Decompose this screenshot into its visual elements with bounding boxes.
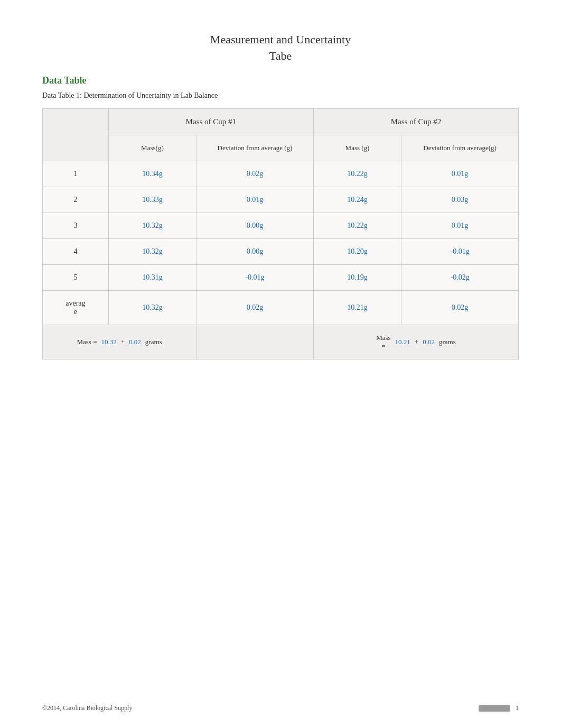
footer-dev1-cell bbox=[197, 325, 314, 359]
mass2-cell: 10.22g bbox=[313, 161, 401, 187]
page-footer: ©2014, Carolina Biological Supply 1 bbox=[42, 704, 519, 712]
cup1-plus: + bbox=[121, 338, 125, 346]
mass2-cell: 10.21g bbox=[313, 290, 401, 325]
trial-cell: 2 bbox=[43, 187, 109, 213]
page-title: Measurement and Uncertainty Tabe bbox=[42, 32, 519, 64]
table-caption: Data Table 1: Determination of Uncertain… bbox=[42, 91, 519, 100]
cup1-group-header: Mass of Cup #1 bbox=[108, 108, 313, 135]
trial-cell: 1 bbox=[43, 161, 109, 187]
trial-cell: average bbox=[43, 290, 109, 325]
table-row: 4 10.32g 0.00g 10.20g -0.01g bbox=[43, 238, 519, 264]
cup2-plus: + bbox=[415, 338, 418, 346]
mass1-cell: 10.32g bbox=[108, 238, 196, 264]
table-row: 2 10.33g 0.01g 10.24g 0.03g bbox=[43, 187, 519, 213]
title-line1: Measurement and Uncertainty bbox=[210, 33, 351, 46]
dev1-cell: 0.02g bbox=[197, 290, 314, 325]
dev2-cell: -0.01g bbox=[401, 238, 519, 264]
mass2-cell: 10.24g bbox=[313, 187, 401, 213]
cup1-mass-value: 10.32 bbox=[101, 338, 116, 346]
trial-cell: 5 bbox=[43, 264, 109, 290]
mass2-cell: 10.19g bbox=[313, 264, 401, 290]
cup2-mass-label: Mass= bbox=[376, 334, 390, 351]
mass1-cell: 10.31g bbox=[108, 264, 196, 290]
dev2-cell: 0.01g bbox=[401, 161, 519, 187]
mass2-header: Mass (g) bbox=[313, 135, 401, 161]
copyright: ©2014, Carolina Biological Supply bbox=[42, 704, 132, 712]
page-number: 1 bbox=[516, 704, 519, 712]
dev2-cell: 0.01g bbox=[401, 213, 519, 238]
table-row: 3 10.32g 0.00g 10.22g 0.01g bbox=[43, 213, 519, 238]
dev1-cell: 0.02g bbox=[197, 161, 314, 187]
dev1-cell: 0.00g bbox=[197, 238, 314, 264]
dev2-cell: 0.02g bbox=[401, 290, 519, 325]
trial-cell: 3 bbox=[43, 213, 109, 238]
data-table: Mass of Cup #1 Mass of Cup #2 Mass(g) De… bbox=[42, 108, 519, 360]
mass1-header: Mass(g) bbox=[108, 135, 196, 161]
mass1-cell: 10.33g bbox=[108, 187, 196, 213]
dev1-cell: 0.01g bbox=[197, 187, 314, 213]
table-row: 5 10.31g -0.01g 10.19g -0.02g bbox=[43, 264, 519, 290]
footer-right: 1 bbox=[479, 704, 519, 712]
dev1-header: Deviation from average (g) bbox=[197, 135, 314, 161]
cup1-unit: grams bbox=[145, 338, 162, 346]
mass1-cell: 10.32g bbox=[108, 213, 196, 238]
cup1-uncertainty: 0.02 bbox=[129, 338, 141, 346]
cup2-uncertainty: 0.02 bbox=[423, 338, 435, 346]
section-title: Data Table bbox=[42, 75, 519, 86]
footer-row: Mass = 10.32 + 0.02 grams Mass= 10.21 + … bbox=[43, 325, 519, 359]
redacted-bar bbox=[479, 705, 510, 712]
cup2-unit: grams bbox=[439, 338, 456, 346]
mass1-cell: 10.32g bbox=[108, 290, 196, 325]
dev2-header: Deviation from average(g) bbox=[401, 135, 519, 161]
footer-cup2-cell: Mass= 10.21 + 0.02 grams bbox=[313, 325, 518, 359]
trial-cell: 4 bbox=[43, 238, 109, 264]
cup1-mass-label: Mass = bbox=[77, 338, 97, 346]
cup2-group-header: Mass of Cup #2 bbox=[313, 108, 518, 135]
trial-header bbox=[43, 108, 109, 161]
dev1-cell: -0.01g bbox=[197, 264, 314, 290]
cup2-mass-value: 10.21 bbox=[395, 338, 410, 346]
mass2-cell: 10.22g bbox=[313, 213, 401, 238]
dev2-cell: 0.03g bbox=[401, 187, 519, 213]
mass1-cell: 10.34g bbox=[108, 161, 196, 187]
mass2-cell: 10.20g bbox=[313, 238, 401, 264]
dev2-cell: -0.02g bbox=[401, 264, 519, 290]
title-line2: Tabe bbox=[269, 49, 292, 62]
table-row: average 10.32g 0.02g 10.21g 0.02g bbox=[43, 290, 519, 325]
table-row: 1 10.34g 0.02g 10.22g 0.01g bbox=[43, 161, 519, 187]
footer-cup1-cell: Mass = 10.32 + 0.02 grams bbox=[43, 325, 197, 359]
dev1-cell: 0.00g bbox=[197, 213, 314, 238]
